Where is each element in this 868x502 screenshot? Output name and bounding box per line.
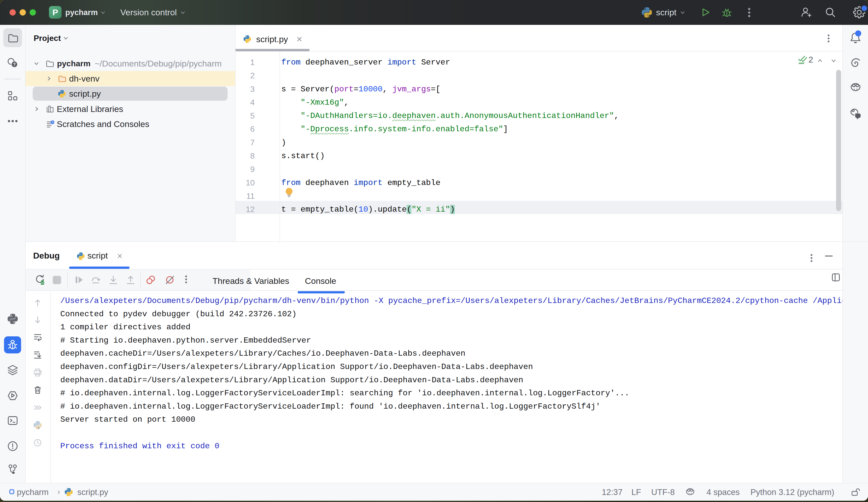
- svg-text:?: ?: [13, 62, 16, 67]
